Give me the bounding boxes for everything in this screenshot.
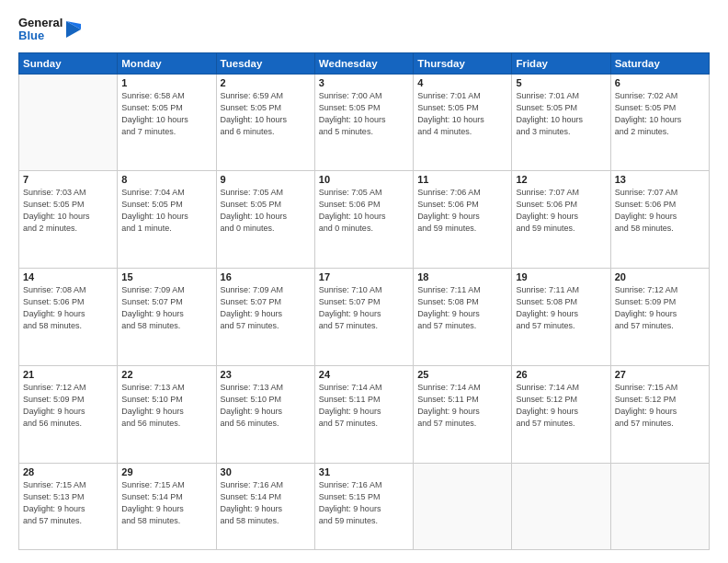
day-info: Sunrise: 7:06 AMSunset: 5:06 PMDaylight:… xyxy=(417,187,507,235)
day-number: 19 xyxy=(516,271,606,282)
page: General Blue SundayMondayTuesdayWednesda… xyxy=(0,0,728,563)
day-number: 2 xyxy=(221,77,311,88)
calendar-week-row: 1Sunrise: 6:58 AMSunset: 5:05 PMDaylight… xyxy=(19,74,710,171)
calendar-weekday-header: Tuesday xyxy=(216,52,314,74)
day-number: 23 xyxy=(221,369,311,380)
calendar-weekday-header: Friday xyxy=(512,52,610,74)
calendar-cell: 18Sunrise: 7:11 AMSunset: 5:08 PMDayligh… xyxy=(414,269,512,366)
calendar-week-row: 14Sunrise: 7:08 AMSunset: 5:06 PMDayligh… xyxy=(19,269,710,366)
day-number: 3 xyxy=(319,77,409,88)
day-info: Sunrise: 7:16 AMSunset: 5:15 PMDaylight:… xyxy=(319,479,409,527)
day-number: 26 xyxy=(516,369,606,380)
day-info: Sunrise: 7:14 AMSunset: 5:11 PMDaylight:… xyxy=(319,382,409,430)
day-info: Sunrise: 7:05 AMSunset: 5:05 PMDaylight:… xyxy=(221,187,311,235)
day-number: 25 xyxy=(417,369,507,380)
day-info: Sunrise: 7:05 AMSunset: 5:06 PMDaylight:… xyxy=(319,187,409,235)
calendar-cell: 6Sunrise: 7:02 AMSunset: 5:05 PMDaylight… xyxy=(610,74,709,171)
calendar-cell: 30Sunrise: 7:16 AMSunset: 5:14 PMDayligh… xyxy=(216,463,314,549)
day-number: 9 xyxy=(221,174,311,185)
day-info: Sunrise: 7:08 AMSunset: 5:06 PMDaylight:… xyxy=(23,284,113,332)
day-number: 21 xyxy=(23,369,113,380)
calendar-cell: 31Sunrise: 7:16 AMSunset: 5:15 PMDayligh… xyxy=(314,463,413,549)
day-info: Sunrise: 7:02 AMSunset: 5:05 PMDaylight:… xyxy=(615,90,705,138)
calendar-weekday-header: Monday xyxy=(118,52,216,74)
day-info: Sunrise: 7:15 AMSunset: 5:12 PMDaylight:… xyxy=(615,382,705,430)
day-number: 5 xyxy=(516,77,606,88)
day-info: Sunrise: 7:04 AMSunset: 5:05 PMDaylight:… xyxy=(121,187,211,235)
day-info: Sunrise: 7:09 AMSunset: 5:07 PMDaylight:… xyxy=(221,284,311,332)
day-info: Sunrise: 7:12 AMSunset: 5:09 PMDaylight:… xyxy=(615,284,705,332)
calendar-weekday-header: Saturday xyxy=(610,52,709,74)
logo-blue: Blue xyxy=(18,29,63,42)
calendar-cell: 13Sunrise: 7:07 AMSunset: 5:06 PMDayligh… xyxy=(610,171,709,269)
calendar-cell: 2Sunrise: 6:59 AMSunset: 5:05 PMDaylight… xyxy=(216,74,314,171)
day-number: 22 xyxy=(121,369,211,380)
day-info: Sunrise: 7:01 AMSunset: 5:05 PMDaylight:… xyxy=(516,90,606,138)
day-number: 29 xyxy=(121,466,211,477)
calendar-cell xyxy=(19,74,118,171)
day-number: 11 xyxy=(417,174,507,185)
day-number: 12 xyxy=(516,174,606,185)
day-info: Sunrise: 7:00 AMSunset: 5:05 PMDaylight:… xyxy=(319,90,409,138)
day-number: 17 xyxy=(319,271,409,282)
calendar-cell: 16Sunrise: 7:09 AMSunset: 5:07 PMDayligh… xyxy=(216,269,314,366)
day-info: Sunrise: 7:07 AMSunset: 5:06 PMDaylight:… xyxy=(615,187,705,235)
calendar-weekday-header: Thursday xyxy=(414,52,512,74)
calendar-week-row: 28Sunrise: 7:15 AMSunset: 5:13 PMDayligh… xyxy=(19,463,710,549)
day-info: Sunrise: 7:10 AMSunset: 5:07 PMDaylight:… xyxy=(319,284,409,332)
day-info: Sunrise: 7:13 AMSunset: 5:10 PMDaylight:… xyxy=(121,382,211,430)
calendar-weekday-header: Wednesday xyxy=(314,52,413,74)
day-info: Sunrise: 6:58 AMSunset: 5:05 PMDaylight:… xyxy=(121,90,211,138)
day-info: Sunrise: 7:15 AMSunset: 5:13 PMDaylight:… xyxy=(23,479,113,527)
calendar-header-row: SundayMondayTuesdayWednesdayThursdayFrid… xyxy=(19,52,710,74)
calendar-cell: 27Sunrise: 7:15 AMSunset: 5:12 PMDayligh… xyxy=(610,365,709,463)
logo-general: General xyxy=(18,17,63,29)
day-info: Sunrise: 6:59 AMSunset: 5:05 PMDaylight:… xyxy=(221,90,311,138)
day-number: 8 xyxy=(121,174,211,185)
calendar-cell: 11Sunrise: 7:06 AMSunset: 5:06 PMDayligh… xyxy=(414,171,512,269)
calendar-week-row: 7Sunrise: 7:03 AMSunset: 5:05 PMDaylight… xyxy=(19,171,710,269)
logo-triangle-icon xyxy=(63,19,83,40)
day-info: Sunrise: 7:09 AMSunset: 5:07 PMDaylight:… xyxy=(121,284,211,332)
calendar-cell: 29Sunrise: 7:15 AMSunset: 5:14 PMDayligh… xyxy=(118,463,216,549)
day-info: Sunrise: 7:14 AMSunset: 5:11 PMDaylight:… xyxy=(417,382,507,430)
calendar-cell: 20Sunrise: 7:12 AMSunset: 5:09 PMDayligh… xyxy=(610,269,709,366)
day-number: 24 xyxy=(319,369,409,380)
header: General Blue xyxy=(18,17,710,43)
calendar-cell: 19Sunrise: 7:11 AMSunset: 5:08 PMDayligh… xyxy=(512,269,610,366)
calendar-cell: 5Sunrise: 7:01 AMSunset: 5:05 PMDaylight… xyxy=(512,74,610,171)
calendar-cell: 12Sunrise: 7:07 AMSunset: 5:06 PMDayligh… xyxy=(512,171,610,269)
day-number: 30 xyxy=(221,466,311,477)
day-info: Sunrise: 7:11 AMSunset: 5:08 PMDaylight:… xyxy=(516,284,606,332)
day-number: 20 xyxy=(615,271,705,282)
calendar-cell xyxy=(414,463,512,549)
day-info: Sunrise: 7:13 AMSunset: 5:10 PMDaylight:… xyxy=(221,382,311,430)
day-number: 18 xyxy=(417,271,507,282)
calendar-cell: 28Sunrise: 7:15 AMSunset: 5:13 PMDayligh… xyxy=(19,463,118,549)
calendar-week-row: 21Sunrise: 7:12 AMSunset: 5:09 PMDayligh… xyxy=(19,365,710,463)
logo: General Blue xyxy=(18,17,83,43)
calendar-cell: 24Sunrise: 7:14 AMSunset: 5:11 PMDayligh… xyxy=(314,365,413,463)
day-number: 1 xyxy=(121,77,211,88)
calendar-cell: 25Sunrise: 7:14 AMSunset: 5:11 PMDayligh… xyxy=(414,365,512,463)
day-info: Sunrise: 7:01 AMSunset: 5:05 PMDaylight:… xyxy=(417,90,507,138)
day-info: Sunrise: 7:03 AMSunset: 5:05 PMDaylight:… xyxy=(23,187,113,235)
day-number: 7 xyxy=(23,174,113,185)
day-info: Sunrise: 7:16 AMSunset: 5:14 PMDaylight:… xyxy=(221,479,311,527)
day-number: 6 xyxy=(615,77,705,88)
day-number: 28 xyxy=(23,466,113,477)
calendar-cell: 10Sunrise: 7:05 AMSunset: 5:06 PMDayligh… xyxy=(314,171,413,269)
calendar-cell: 4Sunrise: 7:01 AMSunset: 5:05 PMDaylight… xyxy=(414,74,512,171)
day-number: 14 xyxy=(23,271,113,282)
day-number: 31 xyxy=(319,466,409,477)
day-info: Sunrise: 7:12 AMSunset: 5:09 PMDaylight:… xyxy=(23,382,113,430)
calendar-cell: 22Sunrise: 7:13 AMSunset: 5:10 PMDayligh… xyxy=(118,365,216,463)
calendar-cell: 1Sunrise: 6:58 AMSunset: 5:05 PMDaylight… xyxy=(118,74,216,171)
calendar-cell xyxy=(512,463,610,549)
calendar-cell xyxy=(610,463,709,549)
day-number: 10 xyxy=(319,174,409,185)
day-info: Sunrise: 7:11 AMSunset: 5:08 PMDaylight:… xyxy=(417,284,507,332)
day-info: Sunrise: 7:15 AMSunset: 5:14 PMDaylight:… xyxy=(121,479,211,527)
day-number: 27 xyxy=(615,369,705,380)
calendar-cell: 3Sunrise: 7:00 AMSunset: 5:05 PMDaylight… xyxy=(314,74,413,171)
